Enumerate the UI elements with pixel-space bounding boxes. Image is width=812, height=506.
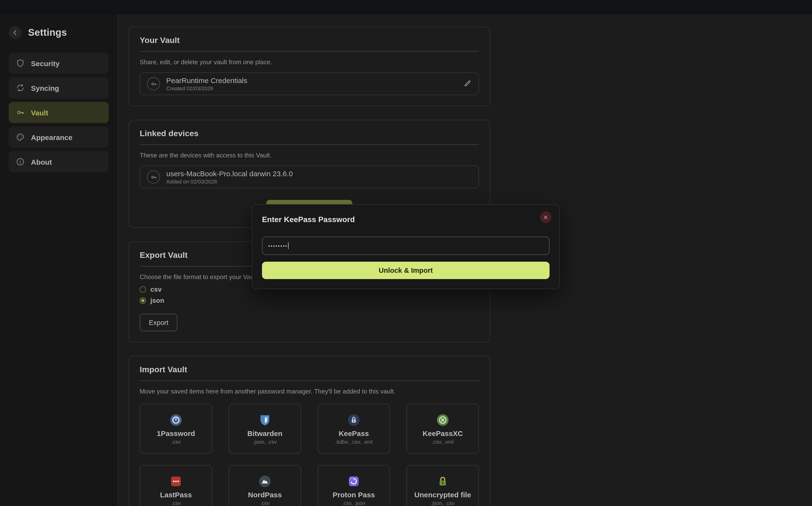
back-button[interactable] xyxy=(9,26,22,39)
key-icon xyxy=(147,77,160,90)
export-button[interactable]: Export xyxy=(140,314,178,331)
provider-formats: .csv xyxy=(171,439,181,444)
key-icon xyxy=(147,170,160,183)
vault-item-text: PearRuntime Credentials Created 02/03/20… xyxy=(166,76,247,91)
shield-icon xyxy=(16,59,25,68)
card-title: Your Vault xyxy=(140,36,479,46)
key-icon xyxy=(16,108,25,117)
provider-name: Unencrypted file xyxy=(414,490,471,499)
provider-name: LastPass xyxy=(160,490,192,499)
pencil-icon xyxy=(464,79,472,87)
import-provider-bitwarden[interactable]: Bitwarden .json, .csv xyxy=(228,404,301,454)
radio-checked-icon xyxy=(140,297,146,304)
onepassword-icon xyxy=(170,413,182,427)
sidebar-item-label: Appearance xyxy=(31,133,72,141)
vault-meta: Created 02/03/2026 xyxy=(166,85,247,91)
card-description: Share, edit, or delete your vault from o… xyxy=(140,59,479,66)
import-vault-card: Import Vault Move your saved items here … xyxy=(129,356,490,506)
lastpass-icon xyxy=(170,475,182,488)
keepass-icon xyxy=(347,413,360,427)
modal-title: Enter KeePass Password xyxy=(262,215,550,224)
provider-name: 1Password xyxy=(157,429,195,437)
password-dots: •••••••• xyxy=(268,243,287,248)
divider xyxy=(140,51,479,52)
keepassxc-icon xyxy=(436,413,449,427)
provider-name: KeePass xyxy=(339,429,369,437)
provider-formats: .json, .csv xyxy=(431,500,455,506)
radio-unchecked-icon xyxy=(140,286,146,292)
your-vault-card: Your Vault Share, edit, or delete your v… xyxy=(129,26,490,106)
palette-icon xyxy=(16,133,25,142)
sync-icon xyxy=(16,84,25,92)
import-provider-grid: 1Password .csv Bitwarden .json, .csv Kee… xyxy=(140,404,479,506)
password-input[interactable]: •••••••• xyxy=(262,237,550,255)
card-description: These are the devices with access to thi… xyxy=(140,152,479,159)
radio-option-csv[interactable]: csv xyxy=(140,285,162,293)
provider-formats: .csv xyxy=(171,500,181,506)
provider-formats: .csv xyxy=(260,500,269,506)
provider-formats: .kdbx, .csv, .xml xyxy=(335,439,373,444)
unlock-import-button[interactable]: Unlock & Import xyxy=(262,262,550,279)
import-provider-protonpass[interactable]: Proton Pass .csv, .json xyxy=(318,465,390,506)
import-provider-keepassxc[interactable]: KeePassXC .csv, .xml xyxy=(406,404,479,454)
protonpass-icon xyxy=(347,475,360,488)
card-title: Import Vault xyxy=(140,365,479,375)
vault-name: PearRuntime Credentials xyxy=(166,76,247,84)
provider-name: Bitwarden xyxy=(247,429,282,437)
device-item-text: users-MacBook-Pro.local darwin 23.6.0 Ad… xyxy=(166,169,293,184)
sidebar-header: Settings xyxy=(9,26,109,39)
nordpass-icon xyxy=(259,475,271,488)
close-icon[interactable]: ✕ xyxy=(540,212,551,223)
radio-option-json[interactable]: json xyxy=(140,297,164,304)
sidebar-item-security[interactable]: Security xyxy=(9,53,109,74)
text-caret xyxy=(288,242,288,249)
provider-formats: .csv, .xml xyxy=(432,439,454,444)
divider xyxy=(140,144,479,145)
sidebar-item-label: About xyxy=(31,158,52,166)
info-icon xyxy=(16,157,25,166)
provider-formats: .json, .csv xyxy=(253,439,277,444)
provider-name: Proton Pass xyxy=(333,490,375,499)
device-meta: Added on 02/03/2026 xyxy=(166,179,293,184)
card-title: Linked devices xyxy=(140,129,479,139)
window-titlebar xyxy=(0,0,812,14)
sidebar-item-about[interactable]: About xyxy=(9,151,109,172)
sidebar-item-appearance[interactable]: Appearance xyxy=(9,126,109,148)
divider xyxy=(140,381,479,381)
vault-list-item[interactable]: PearRuntime Credentials Created 02/03/20… xyxy=(140,72,479,95)
unencrypted-file-icon xyxy=(436,475,449,488)
device-name: users-MacBook-Pro.local darwin 23.6.0 xyxy=(166,169,293,178)
sidebar-item-label: Security xyxy=(31,59,59,67)
app-window: Settings Security Syncing Vault Appearan… xyxy=(0,0,812,506)
sidebar-item-vault[interactable]: Vault xyxy=(9,102,109,123)
arrow-left-icon xyxy=(12,29,19,36)
import-provider-1password[interactable]: 1Password .csv xyxy=(140,404,212,454)
bitwarden-icon xyxy=(259,413,271,427)
provider-name: KeePassXC xyxy=(423,429,463,437)
sidebar-item-label: Vault xyxy=(31,108,48,116)
import-provider-nordpass[interactable]: NordPass .csv xyxy=(228,465,301,506)
sidebar-item-syncing[interactable]: Syncing xyxy=(9,77,109,98)
sidebar-menu: Security Syncing Vault Appearance About xyxy=(9,53,109,172)
sidebar-item-label: Syncing xyxy=(31,84,59,92)
sidebar: Settings Security Syncing Vault Appearan… xyxy=(0,14,118,506)
import-provider-keepass[interactable]: KeePass .kdbx, .csv, .xml xyxy=(318,404,390,454)
page-title: Settings xyxy=(28,27,67,38)
device-list-item[interactable]: users-MacBook-Pro.local darwin 23.6.0 Ad… xyxy=(140,166,479,188)
provider-formats: .csv, .json xyxy=(342,500,365,506)
import-provider-lastpass[interactable]: LastPass .csv xyxy=(140,465,212,506)
radio-label: json xyxy=(150,297,164,304)
provider-name: NordPass xyxy=(248,490,282,499)
radio-label: csv xyxy=(150,285,162,293)
import-provider-unencrypted-file[interactable]: Unencrypted file .json, .csv xyxy=(406,465,479,506)
keepass-password-modal: Enter KeePass Password ✕ •••••••• Unlock… xyxy=(252,204,560,289)
card-description: Move your saved items here from another … xyxy=(140,388,479,395)
edit-vault-button[interactable] xyxy=(464,79,472,89)
